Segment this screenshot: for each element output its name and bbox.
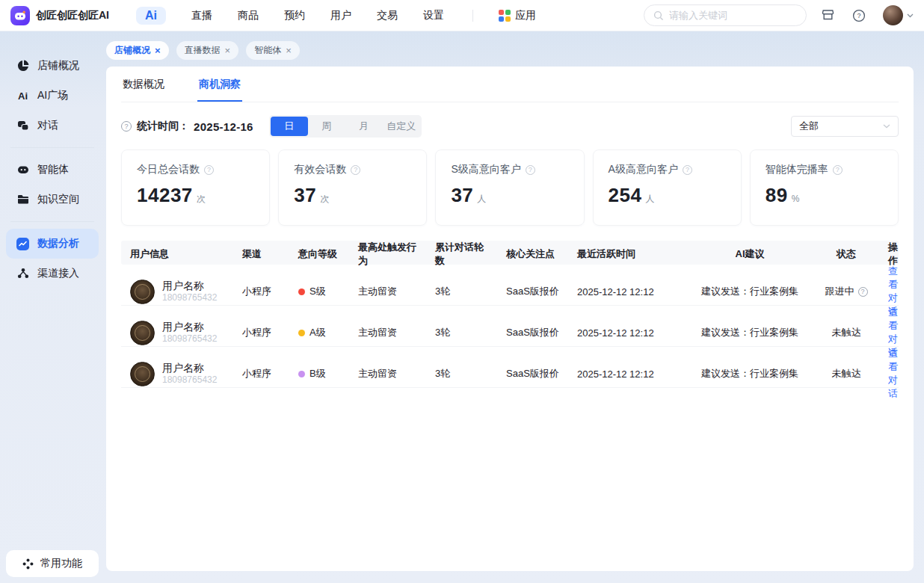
sidebar-divider bbox=[10, 221, 94, 222]
user-name: 用户名称 bbox=[162, 321, 217, 334]
sidebar-item-analytics[interactable]: 数据分析 bbox=[6, 229, 99, 259]
tab-data-overview[interactable]: 数据概况 bbox=[121, 67, 166, 102]
help-circle-icon[interactable]: ? bbox=[833, 165, 843, 175]
close-icon[interactable]: × bbox=[225, 46, 231, 55]
close-icon[interactable]: × bbox=[155, 46, 161, 55]
period-day[interactable]: 日 bbox=[271, 117, 308, 136]
stat-value: 37 bbox=[451, 184, 473, 207]
help-icon[interactable]: ? bbox=[851, 8, 866, 23]
nav-settings[interactable]: 设置 bbox=[423, 9, 444, 22]
nodes-icon bbox=[16, 268, 29, 280]
stat-value: 254 bbox=[609, 184, 642, 207]
user-avatar bbox=[130, 362, 155, 386]
sidebar-item-ai-plaza[interactable]: Ai AI广场 bbox=[6, 81, 99, 111]
channel-cell: 小程序 bbox=[233, 326, 289, 339]
rounds-cell: 3轮 bbox=[426, 285, 497, 298]
level-dot bbox=[298, 371, 305, 377]
sidebar-common-functions[interactable]: 常用功能 bbox=[6, 550, 99, 577]
sidebar-divider bbox=[10, 147, 94, 148]
help-circle-icon[interactable]: ? bbox=[121, 121, 132, 132]
level-cell: B级 bbox=[289, 367, 349, 380]
stat-card-valid-sessions: 有效会话数? 37次 bbox=[278, 149, 427, 226]
search-icon bbox=[653, 10, 664, 21]
nav-live[interactable]: 直播 bbox=[191, 9, 212, 22]
level-cell: A级 bbox=[289, 326, 349, 339]
help-circle-icon[interactable]: ? bbox=[858, 287, 868, 297]
nav-goods[interactable]: 商品 bbox=[238, 9, 259, 22]
stat-title: 今日总会话数 bbox=[137, 163, 200, 176]
workspace-tab-live-data[interactable]: 直播数据 × bbox=[176, 41, 239, 60]
folder-icon bbox=[16, 194, 29, 206]
robot-logo-icon bbox=[10, 6, 30, 25]
workspace-tab-agent[interactable]: 智能体 × bbox=[246, 41, 300, 60]
help-circle-icon[interactable]: ? bbox=[526, 165, 535, 175]
active-time-cell: 2025-12-12 12:12 bbox=[568, 286, 686, 297]
sidebar-item-label: 对话 bbox=[37, 119, 58, 132]
level-label: S级 bbox=[309, 285, 326, 298]
close-icon[interactable]: × bbox=[286, 46, 292, 55]
nav-divider bbox=[472, 10, 473, 22]
nav-trade[interactable]: 交易 bbox=[377, 9, 398, 22]
scope-dropdown[interactable]: 全部 bbox=[791, 116, 899, 137]
brand[interactable]: 创匠创匠创匠AI bbox=[10, 6, 109, 25]
channel-cell: 小程序 bbox=[233, 285, 289, 298]
help-circle-icon[interactable]: ? bbox=[204, 165, 214, 175]
user-name: 用户名称 bbox=[162, 280, 217, 293]
view-conversation-link[interactable]: 查看对话 bbox=[888, 348, 898, 399]
stat-value: 89 bbox=[766, 184, 788, 207]
sidebar-item-label: 智能体 bbox=[37, 163, 69, 176]
tab-opportunity-insight[interactable]: 商机洞察 bbox=[197, 67, 242, 102]
dots-grid-icon bbox=[22, 558, 34, 570]
workspace-tab-shop-overview[interactable]: 店铺概况 × bbox=[106, 41, 169, 60]
nav-users[interactable]: 用户 bbox=[330, 9, 351, 22]
search-input[interactable] bbox=[669, 10, 781, 21]
suggestion-cell: 建议发送：行业案例集 bbox=[686, 367, 813, 380]
status-cell: 未触达 bbox=[813, 367, 879, 380]
stat-title: 智能体完播率 bbox=[766, 163, 828, 176]
sidebar-item-conversations[interactable]: 对话 bbox=[6, 111, 99, 141]
user-phone: 18098765432 bbox=[162, 374, 217, 386]
period-week[interactable]: 周 bbox=[308, 117, 345, 136]
period-month[interactable]: 月 bbox=[345, 117, 383, 136]
sidebar-item-channels[interactable]: 渠道接入 bbox=[6, 259, 99, 289]
focus-cell: SaaS版报价 bbox=[497, 326, 568, 339]
opportunity-table: 用户信息 渠道 意向等级 最高处触发行为 累计对话轮数 核心关注点 最近活跃时间… bbox=[121, 241, 899, 388]
stat-unit: 次 bbox=[197, 193, 206, 206]
level-dot bbox=[298, 289, 305, 295]
sidebar-item-agents[interactable]: 智能体 bbox=[6, 155, 99, 185]
period-custom[interactable]: 自定义 bbox=[383, 117, 420, 136]
stat-date[interactable]: 2025-12-16 bbox=[194, 120, 253, 133]
help-circle-icon[interactable]: ? bbox=[683, 165, 692, 175]
user-avatar bbox=[883, 5, 903, 25]
analytics-chart-icon bbox=[16, 238, 29, 250]
global-search[interactable] bbox=[644, 4, 807, 26]
stat-title: 有效会话数 bbox=[294, 163, 346, 176]
col-actions: 操作 bbox=[879, 241, 907, 268]
nav-booking[interactable]: 预约 bbox=[284, 9, 305, 22]
behavior-cell: 主动留资 bbox=[349, 326, 426, 339]
stat-card-a-level-customers: A级高意向客户? 254人 bbox=[593, 149, 742, 226]
focus-cell: SaaS版报价 bbox=[497, 285, 568, 298]
rounds-cell: 3轮 bbox=[426, 326, 497, 339]
topbar: 创匠创匠创匠AI Ai 直播 商品 预约 用户 交易 设置 应用 ? bbox=[0, 0, 924, 31]
stat-title: A级高意向客户 bbox=[609, 163, 678, 176]
top-navigation: Ai 直播 商品 预约 用户 交易 设置 应用 bbox=[136, 7, 536, 25]
shop-icon[interactable] bbox=[820, 8, 835, 23]
sidebar-item-shop-overview[interactable]: 店铺概况 bbox=[6, 51, 99, 81]
help-circle-icon[interactable]: ? bbox=[351, 165, 360, 175]
workspace-tabs: 店铺概况 × 直播数据 × 智能体 × bbox=[106, 41, 914, 60]
suggestion-cell: 建议发送：行业案例集 bbox=[686, 285, 813, 298]
stat-card-completion-rate: 智能体完播率? 89% bbox=[750, 149, 899, 226]
scope-dropdown-value: 全部 bbox=[799, 120, 819, 133]
col-status: 状态 bbox=[813, 247, 879, 261]
nav-ai-home[interactable]: Ai bbox=[136, 7, 166, 25]
user-avatar bbox=[130, 321, 155, 345]
nav-apps[interactable]: 应用 bbox=[499, 9, 536, 22]
rounds-cell: 3轮 bbox=[426, 367, 497, 380]
table-row: 用户名称 18098765432 小程序 S级 主动留资 3轮 SaaS版报价 … bbox=[121, 265, 899, 306]
sidebar-item-knowledge[interactable]: 知识空间 bbox=[6, 185, 99, 215]
active-time-cell: 2025-12-12 12:12 bbox=[568, 368, 686, 380]
status-cell: 未触达 bbox=[813, 326, 879, 339]
stat-unit: 次 bbox=[320, 193, 329, 206]
user-menu[interactable] bbox=[883, 5, 914, 25]
